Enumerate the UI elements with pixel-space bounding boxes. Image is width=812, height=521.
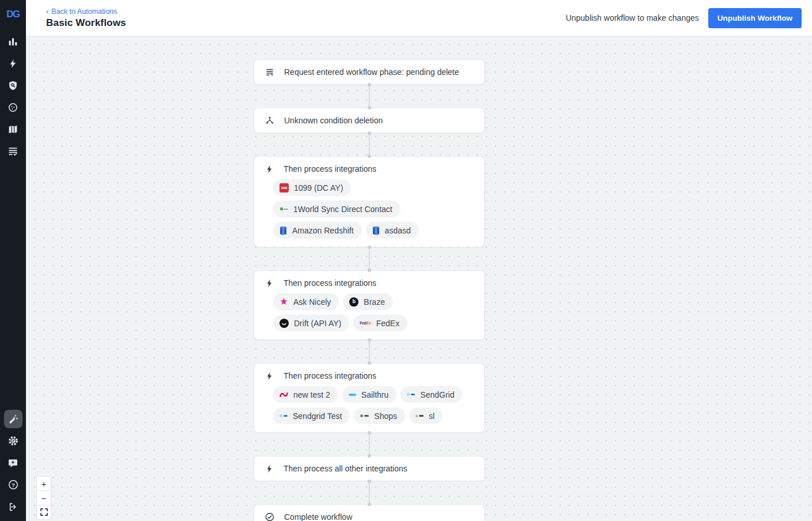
node-label: Then process integrations [284,371,376,380]
app-logo[interactable]: DG [6,7,20,21]
bolt-dark-icon [265,372,274,380]
logo-amazon-redshift [280,226,287,235]
sidebar-top-nav [2,31,24,162]
integration-chip[interactable]: FedExFedEx [353,315,407,331]
sidebar-item-feedback[interactable] [2,452,24,474]
workflow-node-column: Request entered workflow phase: pending … [254,59,485,521]
integration-chip-label: Shops [374,411,397,421]
node-header: Request entered workflow phase: pending … [265,67,473,77]
node-header: Unknown condition deletion [265,116,473,125]
integration-chip[interactable]: asdasd [366,222,419,239]
unpublish-workflow-button[interactable]: Unpublish Workflow [708,8,802,28]
integration-chip-label: new test 2 [293,390,330,399]
node-label: Then process all other integrations [284,464,407,473]
logo-sailthru [349,394,356,396]
integration-chip-label: 1099 (DC AY) [294,183,343,192]
integration-chip[interactable]: 10991099 (DC AY) [273,179,351,196]
workflow-canvas[interactable]: Request entered workflow phase: pending … [26,36,812,521]
sidebar-item-bar-chart[interactable] [2,31,24,52]
node-connector-line [369,247,370,270]
integration-chip[interactable]: Sendgrid Test [273,407,350,424]
bolt-dark-icon [265,165,274,173]
node-header: Complete workflow [265,512,473,521]
app-root: DG ? ‹ Back to Automations Basic Workflo… [0,0,812,521]
integration-chip[interactable]: Sailthru [342,386,396,403]
integration-chip-list: Ask NicelybBrazeDrift (API AY)FedExFedEx [273,293,473,331]
branch-icon [265,116,274,125]
workflow-node[interactable]: Unknown condition deletion [254,108,485,133]
sidebar-item-map[interactable] [2,118,24,140]
help-icon: ? [4,475,22,494]
phase-list-icon [265,67,274,77]
canvas-zoom-controls: +− [36,476,51,520]
node-connector-line [369,433,370,456]
integration-chip[interactable]: Amazon Redshift [273,222,362,239]
integration-chip[interactable]: new test 2 [273,386,338,403]
integration-chip[interactable]: 1World Sync Direct Contact [273,201,401,217]
sidebar-item-logout[interactable] [2,496,24,518]
sidebar-item-gear[interactable] [2,430,24,452]
workflow-node[interactable]: Then process integrations 10991099 (DC A… [254,156,485,247]
zoom-in-button[interactable]: + [36,476,51,491]
logo-sl [416,415,424,417]
node-header: Then process integrations [265,278,473,288]
integration-chip-label: sl [429,411,435,421]
node-label: Unknown condition deletion [284,116,383,125]
logo-sendgrid [280,414,288,417]
node-label: Then process integrations [284,278,376,288]
fit-view-icon [40,508,48,518]
logo-fedex: FedEx [360,321,371,325]
integration-chip-label: Ask Nicely [293,297,331,307]
header-left: ‹ Back to Automations Basic Workflows [46,7,126,29]
logo-1worldsync [280,206,288,212]
sidebar-item-help[interactable]: ? [2,474,24,496]
gear-icon [4,432,22,450]
magic-wand-icon [4,410,22,428]
workflow-node[interactable]: Request entered workflow phase: pending … [254,59,485,85]
integration-chip-label: Sendgrid Test [293,411,342,421]
logo-new-test-2 [280,391,288,398]
integration-chip[interactable]: sl [409,407,443,424]
integration-chip-label: asdasd [385,226,411,235]
bolt-icon [4,54,22,73]
unpublish-note: Unpublish workflow to make changes [566,13,699,22]
back-link-label: Back to Automations [51,7,117,16]
integration-chip[interactable]: Drift (API AY) [273,315,349,331]
main-area: ‹ Back to Automations Basic Workflows Un… [26,0,812,521]
integration-chip[interactable]: SendGrid [401,386,462,403]
map-icon [4,120,22,138]
node-connector-line [369,340,370,363]
logo-sendgrid [407,393,415,396]
integration-chip-list: new test 2SailthruSendGridSendgrid TestS… [273,386,473,424]
sidebar-item-magic-wand[interactable] [2,408,24,430]
sidebar-item-doc-check[interactable] [2,140,24,162]
integration-chip-label: Amazon Redshift [292,226,354,235]
integration-chip-label: FedEx [376,319,399,328]
sidebar: DG ? [0,0,26,521]
sidebar-item-cookie[interactable] [2,96,24,118]
node-label: Request entered workflow phase: pending … [284,67,459,77]
chevron-left-icon: ‹ [46,7,48,15]
fit-view-button[interactable] [36,505,51,520]
workflow-node[interactable]: Then process integrations Ask NicelybBra… [254,270,485,340]
integration-chip-list: 10991099 (DC AY)1World Sync Direct Conta… [273,179,473,239]
node-header: Then process integrations [265,371,473,380]
integration-chip[interactable]: bBraze [343,293,393,310]
check-circle-icon [265,512,274,521]
integration-chip-label: Braze [364,297,385,307]
workflow-node[interactable]: Then process integrations new test 2Sail… [254,363,485,433]
sidebar-item-shield-search[interactable] [2,74,24,96]
bolt-dark-icon [265,465,274,473]
workflow-node[interactable]: Then process all other integrations [254,456,485,481]
node-header: Then process all other integrations [265,464,473,473]
integration-chip[interactable]: Ask Nicely [273,293,339,310]
sidebar-item-bolt[interactable] [2,52,24,74]
doc-check-icon [4,142,22,160]
bolt-dark-icon [265,279,274,288]
back-to-automations-link[interactable]: ‹ Back to Automations [46,7,126,16]
zoom-out-button[interactable]: − [36,490,51,505]
node-label: Then process integrations [284,164,376,173]
integration-chip-label: SendGrid [420,390,454,399]
integration-chip[interactable]: Shops [354,407,405,424]
workflow-node[interactable]: Complete workflow [254,504,485,521]
